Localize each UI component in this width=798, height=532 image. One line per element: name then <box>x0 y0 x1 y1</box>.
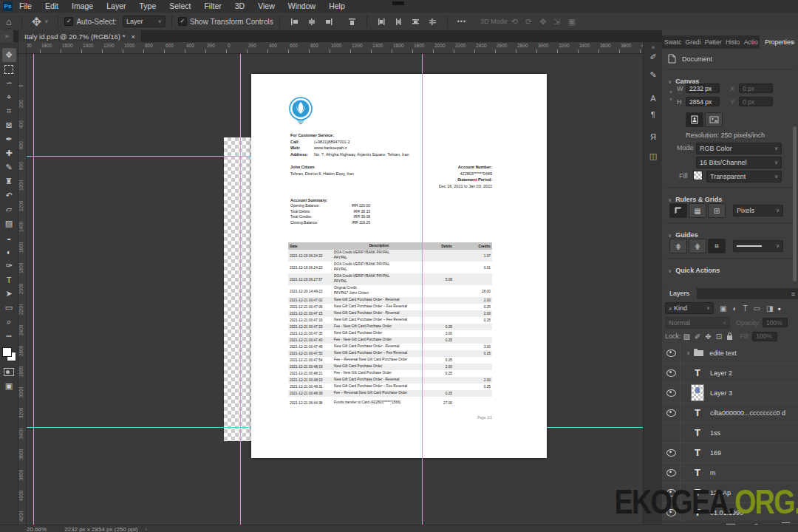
move-tool-preset-icon[interactable]: ✥∨ <box>32 15 49 29</box>
auto-select-checkbox[interactable]: ✓Auto-Select: <box>64 17 116 26</box>
table-row[interactable]: 2021-12-21 00:48:23New Gift Card Purchas… <box>288 377 492 383</box>
table-row[interactable]: 2021-12-21 00:47:02New Gift Card Purchas… <box>288 297 492 304</box>
layers-menu-icon[interactable]: ≡ <box>791 290 795 298</box>
tab-gradi[interactable]: Gradi <box>683 35 703 49</box>
guide-horizontal[interactable] <box>26 427 251 428</box>
ruler-units-dropdown[interactable]: Pixels∨ <box>733 205 783 216</box>
table-row[interactable]: 2021-12-21 00:47:15New Gift Card Purchas… <box>288 310 492 317</box>
layer-visibility-cell[interactable] <box>662 383 681 403</box>
table-row[interactable]: 2021-12-21 00:48:31New Gift Card Purchas… <box>288 383 492 390</box>
menu-image[interactable]: Image <box>65 0 100 13</box>
distribute-vertical-icon[interactable] <box>411 17 420 27</box>
foreground-background-swatches[interactable] <box>2 347 16 361</box>
filter-adjustment-icon[interactable]: ◐ <box>732 304 737 313</box>
layer-row[interactable]: TLayer 2 <box>662 363 798 383</box>
distribute-right-icon[interactable] <box>428 17 437 27</box>
guide-vertical[interactable] <box>422 53 423 525</box>
table-row[interactable]: 2021-12-21 00:47:23Fee - New Gift Card P… <box>288 324 492 330</box>
gradient-tool[interactable]: ▨ <box>2 216 16 231</box>
more-options-icon[interactable]: ••• <box>457 18 466 25</box>
brushes-icon[interactable]: ✎ <box>644 70 663 80</box>
filter-type-icon[interactable]: T <box>743 304 748 313</box>
quick-actions-section-header[interactable]: ∨Quick Actions <box>668 262 720 276</box>
toggle-snap-button[interactable]: ⊞ <box>708 203 726 218</box>
distribute-center-icon[interactable] <box>394 17 403 27</box>
align-left-icon[interactable] <box>290 17 299 27</box>
tab-overflow-icon[interactable]: » <box>0 30 13 42</box>
layer-visibility-cell[interactable] <box>662 403 681 423</box>
pen-tool[interactable]: ✑ <box>2 259 16 273</box>
crop-tool[interactable]: ⌗ <box>2 104 16 118</box>
lock-icon-2[interactable]: ✥ <box>705 332 711 341</box>
toggle-grid-button[interactable]: ▦ <box>689 203 706 218</box>
lock-icon-3[interactable]: ⊡ <box>716 332 722 341</box>
menu-3d[interactable]: 3D <box>228 0 251 13</box>
dodge-tool[interactable]: ◐ <box>2 245 16 259</box>
table-row[interactable]: 2021-12-21 00:47:35New Gift Card Purchas… <box>288 330 492 337</box>
character-panel-icon[interactable]: A <box>644 94 663 103</box>
screen-mode-icon[interactable]: ▣ <box>2 379 16 393</box>
table-row[interactable]: 2021-12-21 00:48:21Fee - New Gift Card P… <box>288 370 492 377</box>
frame-tool[interactable]: ⊠ <box>2 118 16 132</box>
glyphs-panel-icon[interactable]: Я <box>644 132 663 141</box>
canvas-area[interactable]: For Customer Service: Call:(+9821)889470… <box>26 53 643 525</box>
group-chevron-icon[interactable]: ∨ <box>686 350 690 356</box>
layer-visibility-cell[interactable] <box>662 363 681 383</box>
status-chevron-icon[interactable]: › <box>145 526 147 532</box>
landscape-orientation-button[interactable] <box>705 112 723 127</box>
table-row[interactable]: 2021-12-19 06:27:57DOA Credit-VERIFYBANK… <box>288 273 492 285</box>
libraries-panel-icon[interactable]: ◫ <box>644 151 663 161</box>
vertical-ruler[interactable]: 0200400600800100012001400160018002000220… <box>18 53 27 525</box>
table-row[interactable]: 2021-12-21 06:44:38Funds transfer to Car… <box>288 397 492 409</box>
lock-icon-1[interactable]: ✐ <box>695 332 700 341</box>
layer-visibility-cell[interactable] <box>662 443 681 463</box>
show-transform-controls-checkbox[interactable]: ✓Show Transform Controls <box>178 17 273 26</box>
guide-style-dropdown[interactable]: ∨ <box>733 240 783 252</box>
shape-tool[interactable]: ▭ <box>2 301 16 315</box>
lock-all-icon[interactable] <box>727 335 732 340</box>
filter-toggle-icon[interactable]: ● <box>778 306 781 311</box>
clear-guides-button[interactable]: ⌗ <box>708 239 726 253</box>
tab-swatc[interactable]: Swatc <box>662 35 683 49</box>
menu-view[interactable]: View <box>251 0 282 13</box>
guide-vertical[interactable] <box>33 53 34 525</box>
blur-tool[interactable]: ◒ <box>2 231 16 245</box>
document-tab[interactable]: Italy id.psd @ 20.7% (RGB/16) * × <box>18 30 142 42</box>
fill-swatch[interactable] <box>693 171 703 180</box>
zoom-tool[interactable]: ⌕ <box>2 315 16 329</box>
table-row[interactable]: 2021-12-21 00:47:50New Gift Card Purchas… <box>288 350 492 357</box>
tab-layers[interactable]: Layers <box>662 288 697 299</box>
auto-select-target-dropdown[interactable]: Layer∨ <box>123 16 166 27</box>
table-row[interactable]: 2021-12-20 14:49:23Original Credit PAYPA… <box>288 285 492 297</box>
table-row[interactable]: 2021-12-21 00:47:19New Gift Card Purchas… <box>288 317 492 324</box>
align-top-icon[interactable] <box>347 17 357 27</box>
table-row[interactable]: 2021-12-21 00:47:43Fee - New Gift Card P… <box>288 337 492 344</box>
table-row[interactable]: 2021-12-21 00:47:54Fee – Reversal New Gi… <box>288 357 492 364</box>
tab-patter[interactable]: Patter <box>703 35 723 49</box>
paragraph-panel-icon[interactable]: ¶ <box>644 110 663 119</box>
eyedropper-tool[interactable]: ✒ <box>2 132 16 146</box>
type-tool[interactable]: T <box>2 273 16 287</box>
guide-horizontal[interactable] <box>26 156 251 157</box>
blend-mode-dropdown[interactable]: Normal∨ <box>665 317 730 329</box>
tab-close-icon[interactable]: × <box>131 33 135 41</box>
properties-scrollbar[interactable] <box>793 126 797 282</box>
table-row[interactable]: 2021-12-21 00:48:19New Gift Card Purchas… <box>288 364 492 370</box>
table-row[interactable]: 2021-12-21 00:48:39Fee – Reversal New Gi… <box>288 390 492 397</box>
path-select-tool[interactable]: ➤ <box>2 287 16 301</box>
align-right-icon[interactable] <box>324 17 333 27</box>
portrait-orientation-button[interactable] <box>686 112 703 127</box>
layer-filter-dropdown[interactable]: ⌕ Kind∨ <box>665 302 714 314</box>
height-field[interactable]: 2854 px <box>686 97 720 106</box>
toggle-rulers-button[interactable] <box>669 203 687 218</box>
menu-type[interactable]: Type <box>132 0 163 13</box>
eraser-tool[interactable]: ▱ <box>2 202 16 216</box>
guide-vertical[interactable] <box>240 53 241 525</box>
move-tool[interactable]: ✥ <box>2 48 16 62</box>
layer-row[interactable]: Tm <box>662 463 798 483</box>
layer-visibility-cell[interactable] <box>662 463 681 482</box>
quick-mask-icon[interactable] <box>2 365 16 379</box>
align-center-horizontal-icon[interactable] <box>307 17 316 27</box>
object-selection-tool[interactable]: ⌖ <box>2 90 16 104</box>
fill-dropdown[interactable]: Transparent∨ <box>706 171 782 183</box>
